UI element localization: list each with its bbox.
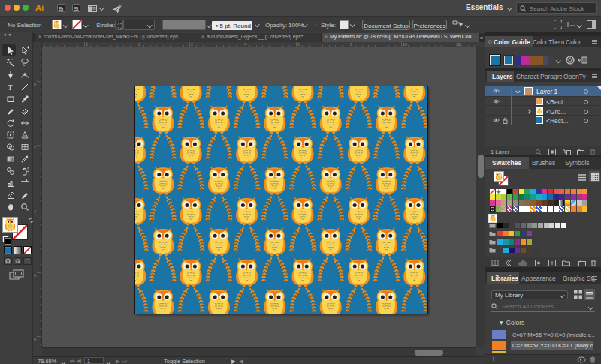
svg-text:T: T (8, 83, 13, 92)
